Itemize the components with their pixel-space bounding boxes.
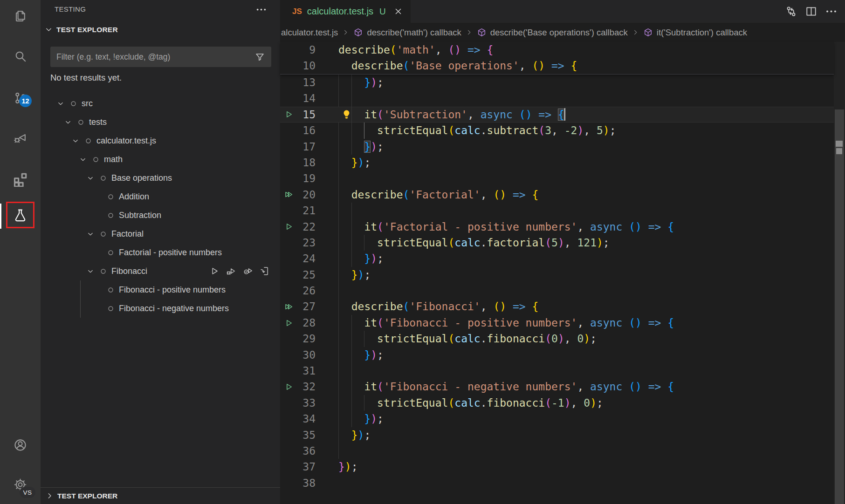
chevron-down-icon[interactable] <box>69 137 82 145</box>
tree-item-factorial[interactable]: Factorial <box>41 225 280 243</box>
code-token: () <box>493 300 506 313</box>
explorer-icon[interactable] <box>0 3 41 29</box>
code-line-25[interactable]: 25 }); <box>280 267 834 283</box>
chevron-down-icon[interactable] <box>62 118 74 126</box>
code-token: -1 <box>551 397 564 409</box>
chevron-down-icon[interactable] <box>55 100 67 108</box>
code-line-34[interactable]: 34 }); <box>280 411 834 427</box>
run-test-icon[interactable] <box>284 318 294 328</box>
run-test-icon[interactable] <box>284 222 294 232</box>
tab-bar: JS calculator.test.js U <box>280 0 845 23</box>
line-number: 38 <box>295 475 316 491</box>
tree-item-addition[interactable]: Addition <box>41 187 280 206</box>
code-line-23[interactable]: 23 strictEqual(calc.factorial(5), 121); <box>280 235 834 251</box>
code-token: ) <box>558 237 564 249</box>
code-area[interactable]: 9describe('math', () => {10 describe('Ba… <box>280 42 834 504</box>
test-explorer-section-header[interactable]: TEST EXPLORER <box>44 25 118 34</box>
line-content: }); <box>338 139 834 155</box>
tree-item-fibonacci-positive-numbers[interactable]: Fibonacci - positive numbers <box>41 280 280 299</box>
tree-item-factorial-positive-numbers[interactable]: Factorial - positive numbers <box>41 243 280 262</box>
lightbulb-icon[interactable] <box>341 109 352 120</box>
code-line-15[interactable]: 15 it('Subtraction', async () => { <box>280 107 834 123</box>
gutter-run-slot <box>280 299 295 314</box>
code-line-14[interactable]: 14 <box>280 90 834 106</box>
filter-funnel-icon[interactable] <box>254 52 265 62</box>
line-number: 21 <box>295 203 316 218</box>
code-line-35[interactable]: 35 }); <box>280 427 834 443</box>
tree-item-math[interactable]: math <box>41 150 280 169</box>
tree-item-src[interactable]: src <box>41 94 280 113</box>
breadcrumb-item[interactable]: alculator.test.js <box>281 27 338 38</box>
test-explorer-collapsed-section[interactable]: TEST EXPLORER <box>41 487 280 504</box>
overview-ruler-marker <box>836 148 842 154</box>
tree-item-fibonacci[interactable]: Fibonacci <box>41 262 280 280</box>
run-all-tests-icon[interactable] <box>284 302 294 312</box>
code-line-37[interactable]: 37}); <box>280 459 834 475</box>
code-token: => <box>551 60 564 72</box>
code-line-18[interactable]: 18 }); <box>280 155 834 170</box>
code-line-26[interactable]: 26 <box>280 283 834 299</box>
test-state-circle-icon <box>108 212 114 218</box>
editor-scrollbar[interactable] <box>834 42 845 504</box>
debug-test-icon[interactable] <box>226 266 236 276</box>
code-line-31[interactable]: 31 <box>280 363 834 379</box>
code-line-38[interactable]: 38 <box>280 475 834 491</box>
tab-calculator-test-js[interactable]: JS calculator.test.js U <box>280 0 411 23</box>
code-token: => <box>648 317 661 329</box>
code-line-10[interactable]: 10 describe('Base operations', () => { <box>280 58 834 74</box>
chevron-down-icon[interactable] <box>77 156 89 163</box>
code-line-27[interactable]: 27 describe('Fibonacci', () => { <box>280 299 834 314</box>
code-line-20[interactable]: 20 describe('Factorial', () => { <box>280 187 834 203</box>
accounts-icon[interactable] <box>0 432 41 458</box>
chevron-down-icon[interactable] <box>84 230 96 238</box>
code-line-28[interactable]: 28 it('Fibonacci - positive numbers', as… <box>280 315 834 331</box>
run-test-icon[interactable] <box>284 382 294 392</box>
tree-item-fibonacci-negative-numbers[interactable]: Fibonacci - negative numbers <box>41 299 280 318</box>
chevron-down-icon[interactable] <box>84 174 96 182</box>
code-line-32[interactable]: 32 it('Fibonacci - negative numbers', as… <box>280 379 834 395</box>
breadcrumb-item[interactable]: describe('math') callback <box>367 27 461 38</box>
run-test-icon[interactable] <box>284 109 294 119</box>
line-content: }); <box>338 427 834 443</box>
gutter-run-slot <box>280 427 295 443</box>
code-line-33[interactable]: 33 strictEqual(calc.fibonacci(-1), 0); <box>280 395 834 411</box>
tree-item-subtraction[interactable]: Subtraction <box>41 206 280 225</box>
code-line-30[interactable]: 30 }); <box>280 347 834 363</box>
run-test-icon[interactable] <box>209 266 220 276</box>
code-line-17[interactable]: 17 }); <box>280 139 834 155</box>
more-actions-icon[interactable] <box>255 4 267 15</box>
code-line-36[interactable]: 36 <box>280 443 834 459</box>
code-token <box>622 317 629 329</box>
code-token: } <box>351 269 358 281</box>
search-icon[interactable] <box>0 43 41 69</box>
extensions-icon[interactable] <box>0 166 41 192</box>
line-number: 29 <box>295 331 316 347</box>
code-line-29[interactable]: 29 strictEqual(calc.fibonacci(0), 0); <box>280 331 834 347</box>
goto-test-icon[interactable] <box>260 266 270 276</box>
code-token: => <box>513 189 526 201</box>
coverage-test-icon[interactable] <box>243 266 253 276</box>
tree-item-calculator-test-js[interactable]: calculator.test.js <box>41 131 280 150</box>
test-filter-input[interactable]: Filter (e.g. text, !exclude, @tag) <box>50 47 271 67</box>
tree-item-tests[interactable]: tests <box>41 113 280 131</box>
split-editor-icon[interactable] <box>805 5 818 18</box>
toggle-changes-icon[interactable] <box>785 5 797 18</box>
code-line-9[interactable]: 9describe('math', () => { <box>280 42 834 58</box>
code-line-16[interactable]: 16 strictEqual(calc.subtract(3, -2), 5); <box>280 123 834 138</box>
code-line-19[interactable]: 19 <box>280 170 834 186</box>
tree-item-base-operations[interactable]: Base operations <box>41 169 280 187</box>
code-line-24[interactable]: 24 }); <box>280 251 834 266</box>
more-actions-icon[interactable] <box>825 5 838 18</box>
code-line-22[interactable]: 22 it('Factorial - positive numbers', as… <box>280 219 834 235</box>
test-state-circle-icon <box>100 175 106 181</box>
breadcrumb-item[interactable]: describe('Base operations') callback <box>490 27 628 38</box>
scrollbar-thumb[interactable] <box>835 109 844 504</box>
line-content: strictEqual(calc.factorial(5), 121); <box>338 235 834 251</box>
run-all-tests-icon[interactable] <box>284 190 294 199</box>
breadcrumb-item[interactable]: it('Subtraction') callback <box>657 27 747 38</box>
run-and-debug-icon[interactable] <box>0 124 41 150</box>
chevron-down-icon[interactable] <box>84 267 96 275</box>
code-line-21[interactable]: 21 <box>280 203 834 218</box>
code-line-13[interactable]: 13 }); <box>280 75 834 90</box>
close-icon[interactable] <box>393 7 403 16</box>
